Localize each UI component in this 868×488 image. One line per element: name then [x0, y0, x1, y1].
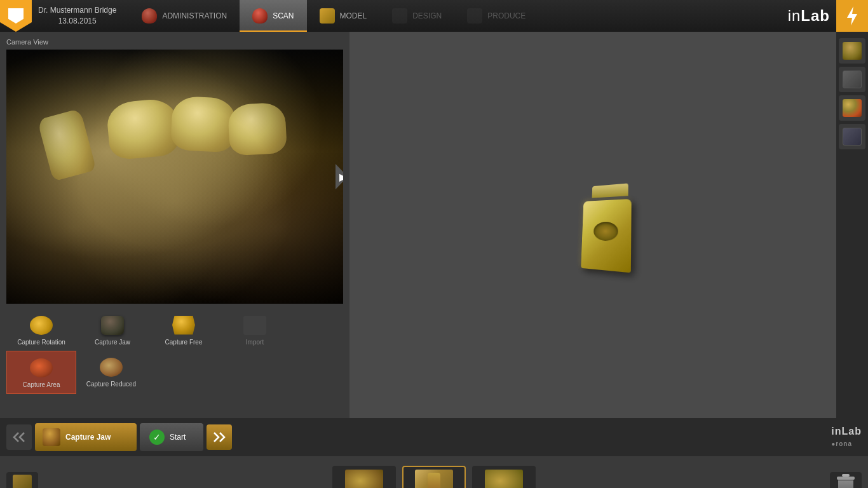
bottom-left-icons: inEos X5	[6, 472, 38, 488]
workflow-start-button[interactable]: ✓ Start	[140, 423, 203, 451]
bottom-right-icons: Recycle Bin	[830, 472, 862, 488]
3d-object-body	[581, 199, 632, 273]
right-toolbar	[836, 32, 868, 418]
camera-view-label: Camera View	[6, 38, 343, 46]
upper-jaw-thumbnail	[415, 470, 453, 488]
project-title: Dr. Mustermann Bridge 13.08.2015	[38, 5, 116, 27]
camera-view: ▶	[6, 50, 343, 304]
ineos-x5-icon	[13, 475, 32, 488]
ineos-x5-button[interactable]: inEos X5	[6, 472, 38, 488]
import-button[interactable]: Import	[220, 309, 290, 351]
capture-free-button[interactable]: Capture Free	[149, 309, 219, 351]
bottom-workflow-bar: Capture Jaw ✓ Start inLab ●rona	[0, 418, 868, 456]
workflow-brand: inLab ●rona	[831, 426, 862, 449]
workflow-step-capture-jaw[interactable]: Capture Jaw	[35, 423, 137, 451]
model-icon	[320, 8, 335, 24]
capture-area-icon	[29, 356, 54, 379]
capture-reduced-icon	[98, 356, 124, 378]
app-logo[interactable]	[0, 0, 32, 32]
scan-thumb-upper-jaw[interactable]: Upper Jaw	[402, 466, 466, 488]
capture-jaw-button[interactable]: Capture Jaw	[78, 309, 147, 351]
right-panel	[349, 32, 868, 418]
right-tool-4[interactable]	[839, 124, 865, 149]
teeth-colors-icon	[843, 99, 862, 117]
bottom-scan-bar: inEos X5 Lower Jaw Upper Jaw Buccal Recy…	[0, 456, 868, 488]
project-name: Dr. Mustermann Bridge	[38, 5, 116, 16]
flash-icon	[846, 6, 858, 25]
import-icon	[242, 314, 268, 336]
3d-object-top	[592, 183, 628, 198]
scan-thumb-lower-jaw[interactable]: Lower Jaw	[332, 466, 396, 488]
buccal-thumbnail	[485, 470, 523, 488]
display-settings-icon	[843, 128, 862, 146]
right-tool-3[interactable]	[839, 95, 865, 121]
3d-object-detail	[593, 222, 618, 241]
flash-button[interactable]	[836, 0, 868, 32]
lower-jaw-thumbnail	[345, 470, 383, 488]
right-tool-1[interactable]	[839, 38, 865, 64]
project-date: 13.08.2015	[38, 16, 116, 27]
workflow-prev-button[interactable]	[6, 424, 32, 450]
dental-scan-image	[6, 50, 343, 304]
scan-thumb-buccal[interactable]: Buccal	[472, 466, 536, 488]
tab-design: DESIGN	[379, 0, 454, 32]
tab-scan[interactable]: SCAN	[240, 0, 306, 32]
capture-area-button[interactable]: Capture Area	[6, 351, 76, 394]
capture-rotation-button[interactable]: Capture Rotation	[6, 309, 76, 351]
workflow-step-icon	[43, 428, 60, 446]
tab-model[interactable]: MODEL	[307, 0, 380, 32]
capture-toolbar-row2: Capture Area Capture Reduced	[6, 351, 343, 394]
top-bar: Dr. Mustermann Bridge 13.08.2015 ADMINIS…	[0, 0, 868, 32]
main-content: Camera View ▶ Capture Rotation	[0, 32, 868, 418]
chevron-double-left-icon	[12, 431, 26, 443]
3d-object	[581, 186, 639, 266]
svg-marker-0	[847, 6, 857, 25]
capture-free-icon	[171, 314, 196, 336]
check-icon: ✓	[149, 430, 165, 445]
recycle-bin-button[interactable]: Recycle Bin	[830, 472, 862, 488]
chevron-double-right-icon	[212, 431, 226, 443]
workflow-next-button[interactable]	[207, 424, 232, 450]
logo-shape	[8, 8, 24, 24]
scan-overlay	[6, 50, 343, 304]
capture-rotation-icon	[29, 314, 54, 336]
design-icon	[392, 8, 407, 24]
scan-view-icon	[843, 42, 862, 60]
tab-produce: PRODUCE	[454, 0, 538, 32]
administration-icon	[142, 8, 157, 24]
right-tool-2[interactable]	[839, 67, 865, 92]
recycle-bin-icon	[836, 474, 855, 488]
scan-icon	[252, 8, 268, 24]
nav-tabs: ADMINISTRATION SCAN MODEL DESIGN PRODUCE	[129, 0, 538, 32]
produce-icon	[467, 8, 482, 24]
grid-view-icon	[843, 71, 862, 88]
left-panel: Camera View ▶ Capture Rotation	[0, 32, 349, 418]
capture-toolbar-row1: Capture Rotation Capture Jaw Capture Fre…	[6, 309, 343, 351]
capture-jaw-icon	[100, 314, 125, 336]
capture-reduced-button[interactable]: Capture Reduced	[76, 351, 146, 394]
tab-administration[interactable]: ADMINISTRATION	[129, 0, 240, 32]
